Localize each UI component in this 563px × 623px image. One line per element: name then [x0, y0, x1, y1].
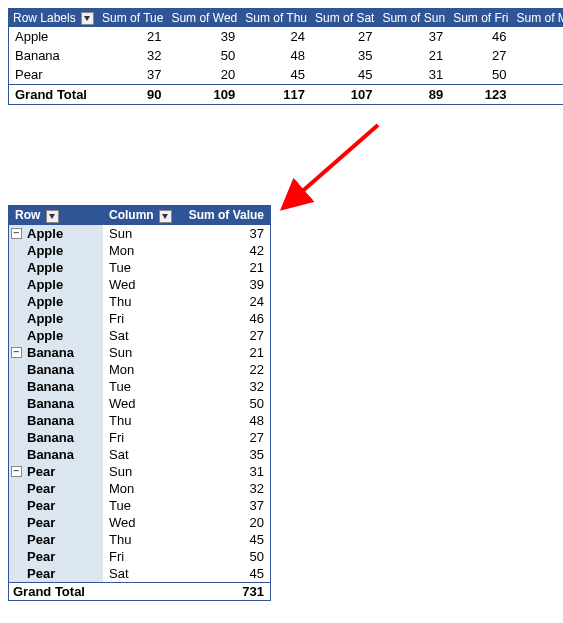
- filter-dropdown-icon[interactable]: [159, 210, 172, 223]
- column-label: Mon: [103, 480, 178, 497]
- row-group-text: Pear: [27, 464, 55, 479]
- col-sum-sun[interactable]: Sum of Sun: [378, 9, 449, 28]
- col-row-labels[interactable]: Row Labels: [9, 9, 99, 28]
- table-row[interactable]: AppleThu24: [9, 293, 271, 310]
- col-sum-sat[interactable]: Sum of Sat: [311, 9, 378, 28]
- table-row[interactable]: AppleWed39: [9, 276, 271, 293]
- cell-value: 35: [178, 446, 271, 463]
- row-group-label: Pear: [9, 548, 104, 565]
- table-row[interactable]: BananaSat35: [9, 446, 271, 463]
- table-row[interactable]: AppleTue21: [9, 259, 271, 276]
- cell-value: 48: [178, 412, 271, 429]
- grand-total-row: Grand Total901091171078912396: [9, 85, 564, 105]
- table-row[interactable]: BananaMon22: [9, 361, 271, 378]
- row-label: Apple: [9, 27, 99, 46]
- cell-value: 21: [98, 27, 167, 46]
- cell-value: 45: [178, 531, 271, 548]
- table-row[interactable]: PearSat45: [9, 565, 271, 583]
- row-group-label: Banana: [9, 361, 104, 378]
- col-column[interactable]: Column: [103, 206, 178, 225]
- cell-value: 22: [512, 46, 563, 65]
- collapse-icon[interactable]: −: [11, 466, 22, 477]
- cell-value: 24: [178, 293, 271, 310]
- column-label: Thu: [103, 531, 178, 548]
- cell-value: 21: [378, 46, 449, 65]
- column-label: Tue: [103, 259, 178, 276]
- row-group-text: Apple: [27, 311, 63, 326]
- table-row[interactable]: PearTue37: [9, 497, 271, 514]
- row-group-label: Apple: [9, 310, 104, 327]
- grand-total-value: 89: [378, 85, 449, 105]
- table-row[interactable]: Pear37204545315032: [9, 65, 564, 85]
- annotation-arrow: [8, 115, 555, 205]
- row-group-label: Pear: [9, 497, 104, 514]
- cell-value: 50: [167, 46, 241, 65]
- row-group-label: Pear: [9, 531, 104, 548]
- row-group-text: Apple: [27, 260, 63, 275]
- filter-dropdown-icon[interactable]: [46, 210, 59, 223]
- table-row[interactable]: BananaThu48: [9, 412, 271, 429]
- row-group-label: Banana: [9, 412, 104, 429]
- grand-total-value: 107: [311, 85, 378, 105]
- row-group-label: Apple: [9, 259, 104, 276]
- cell-value: 37: [378, 27, 449, 46]
- col-sum-tue[interactable]: Sum of Tue: [98, 9, 167, 28]
- cell-value: 35: [311, 46, 378, 65]
- table-row[interactable]: BananaWed50: [9, 395, 271, 412]
- table-row[interactable]: −AppleSun37: [9, 225, 271, 242]
- cell-value: 48: [241, 46, 311, 65]
- cell-value: 24: [241, 27, 311, 46]
- row-group-label: Banana: [9, 429, 104, 446]
- cell-value: 32: [178, 480, 271, 497]
- table-row[interactable]: AppleFri46: [9, 310, 271, 327]
- row-group-label: −Pear: [9, 463, 104, 480]
- cell-value: 31: [378, 65, 449, 85]
- collapse-icon[interactable]: −: [11, 347, 22, 358]
- col-sum-wed[interactable]: Sum of Wed: [167, 9, 241, 28]
- table-row[interactable]: Apple21392427374642: [9, 27, 564, 46]
- cell-value: 50: [178, 395, 271, 412]
- cell-value: 20: [178, 514, 271, 531]
- table-row[interactable]: AppleSat27: [9, 327, 271, 344]
- row-group-text: Apple: [27, 294, 63, 309]
- cell-value: 21: [178, 344, 271, 361]
- table-row[interactable]: PearFri50: [9, 548, 271, 565]
- table-row[interactable]: −BananaSun21: [9, 344, 271, 361]
- col-sum-mon[interactable]: Sum of Mon: [512, 9, 563, 28]
- table-row[interactable]: PearThu45: [9, 531, 271, 548]
- column-label: Tue: [103, 497, 178, 514]
- row-group-text: Apple: [27, 328, 63, 343]
- grand-total-label: Grand Total: [9, 582, 104, 600]
- filter-dropdown-icon[interactable]: [81, 12, 94, 25]
- column-label: Sat: [103, 327, 178, 344]
- cell-value: 45: [178, 565, 271, 583]
- table-row[interactable]: −PearSun31: [9, 463, 271, 480]
- column-label: Sat: [103, 565, 178, 583]
- column-label: Thu: [103, 412, 178, 429]
- cell-value: 50: [178, 548, 271, 565]
- table-row[interactable]: PearWed20: [9, 514, 271, 531]
- row-group-label: Banana: [9, 446, 104, 463]
- table-row[interactable]: PearMon32: [9, 480, 271, 497]
- table-row[interactable]: BananaFri27: [9, 429, 271, 446]
- cell-value: 45: [311, 65, 378, 85]
- column-label: Sun: [103, 225, 178, 242]
- table-row[interactable]: AppleMon42: [9, 242, 271, 259]
- row-group-text: Apple: [27, 277, 63, 292]
- col-sum-thu[interactable]: Sum of Thu: [241, 9, 311, 28]
- cell-value: 39: [167, 27, 241, 46]
- row-group-label: Banana: [9, 378, 104, 395]
- row-group-text: Pear: [27, 498, 55, 513]
- table-row[interactable]: BananaTue32: [9, 378, 271, 395]
- svg-line-1: [298, 125, 378, 195]
- col-sum-fri[interactable]: Sum of Fri: [449, 9, 512, 28]
- row-label: Pear: [9, 65, 99, 85]
- cell-value: 37: [178, 225, 271, 242]
- col-sum-value[interactable]: Sum of Value: [178, 206, 271, 225]
- collapse-icon[interactable]: −: [11, 228, 22, 239]
- row-group-text: Apple: [27, 243, 63, 258]
- cell-value: 39: [178, 276, 271, 293]
- table-row[interactable]: Banana32504835212722: [9, 46, 564, 65]
- column-label: Tue: [103, 378, 178, 395]
- col-row[interactable]: Row: [9, 206, 104, 225]
